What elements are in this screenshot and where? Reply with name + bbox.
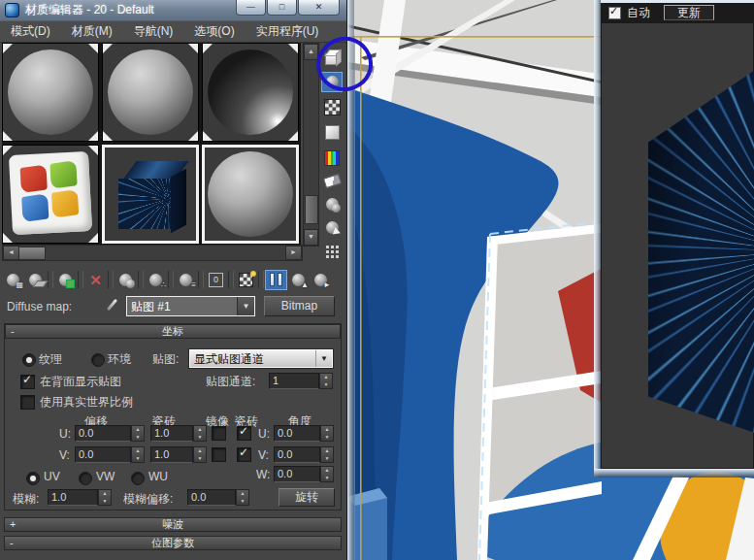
sample-slot-6[interactable] xyxy=(202,145,299,244)
v-offset-spinner[interactable]: 0.0 ▲▼ xyxy=(75,446,145,463)
map-channel-mode-dropdown[interactable]: 显式贴图通道 ▼ xyxy=(189,349,333,368)
spinner-arrows[interactable]: ▲▼ xyxy=(319,373,333,389)
update-button[interactable]: 更新 xyxy=(664,5,714,20)
sample-slot-2[interactable] xyxy=(102,43,199,142)
map-type-button[interactable]: Bitmap xyxy=(264,296,335,316)
u-offset-spinner[interactable]: 0.0 ▲▼ xyxy=(75,425,145,442)
make-unique-button[interactable]: ∴ xyxy=(145,270,167,290)
rotate-button[interactable]: 旋转 xyxy=(279,488,335,507)
show-map-on-back-checkbox[interactable]: ✓ xyxy=(20,375,35,389)
scroll-thumb[interactable] xyxy=(305,195,318,224)
map-channel-spinner[interactable]: 1 ▲▼ xyxy=(269,373,333,389)
scroll-left-button[interactable]: ◄ xyxy=(3,246,19,260)
spinner-arrows[interactable]: ▲▼ xyxy=(320,466,334,482)
sample-slot-4[interactable] xyxy=(2,145,99,244)
noise-rollout-header[interactable]: + 噪波 xyxy=(4,517,342,532)
sample-vertical-scrollbar[interactable]: ▲ ▼ xyxy=(303,43,319,247)
sample-horizontal-scrollbar[interactable]: ◄ ► xyxy=(2,245,303,261)
blur-offset-spinner[interactable]: 0.0 ▲▼ xyxy=(187,489,249,506)
sample-uv-tiling-button[interactable] xyxy=(321,122,343,143)
background-button[interactable] xyxy=(321,97,343,117)
options-button[interactable] xyxy=(321,194,343,214)
select-by-material-button[interactable] xyxy=(321,217,343,238)
spinner-arrows[interactable]: ▲▼ xyxy=(320,425,334,442)
spinner-arrows[interactable]: ▲▼ xyxy=(193,446,207,463)
menu-utilities[interactable]: 实用程序(U) xyxy=(246,23,330,40)
auto-update-checkbox[interactable]: ✓ xyxy=(608,7,621,19)
map-channel-value[interactable]: 1 xyxy=(269,373,319,389)
blur-value[interactable]: 1.0 xyxy=(48,489,98,506)
put-to-library-button[interactable]: ≡ xyxy=(175,270,197,290)
maximize-button[interactable]: □ xyxy=(267,0,297,16)
scroll-down-button[interactable]: ▼ xyxy=(304,229,318,246)
toolbar-separator xyxy=(168,271,174,288)
show-shaded-material-in-viewport-button[interactable] xyxy=(235,270,257,290)
u-tiling-value[interactable]: 1.0 xyxy=(150,425,193,442)
spinner-arrows[interactable]: ▲▼ xyxy=(131,425,145,442)
pick-material-eyedropper[interactable] xyxy=(103,296,120,313)
u-tile-checkbox[interactable]: ✓ xyxy=(237,426,251,441)
reset-map-button[interactable]: ✕ xyxy=(84,270,107,290)
u-offset-value[interactable]: 0.0 xyxy=(75,425,131,442)
make-preview-button[interactable] xyxy=(321,171,343,191)
sample-slot-5-active[interactable] xyxy=(102,145,199,244)
texture-radio[interactable] xyxy=(22,353,36,367)
uv-radio[interactable] xyxy=(26,472,40,485)
scroll-right-button[interactable]: ► xyxy=(285,246,302,260)
menu-navigation[interactable]: 导航(N) xyxy=(123,23,184,40)
coordinates-title: 坐标 xyxy=(162,325,183,337)
video-color-check-button[interactable] xyxy=(321,148,343,168)
scroll-thumb[interactable] xyxy=(18,247,46,260)
sample-slot-1[interactable] xyxy=(2,43,99,142)
spinner-arrows[interactable]: ▲▼ xyxy=(193,425,207,442)
u-angle-spinner[interactable]: 0.0 ▲▼ xyxy=(274,425,334,442)
minimize-button[interactable]: — xyxy=(236,0,266,16)
get-material-button[interactable]: ▦ xyxy=(2,270,24,290)
assign-material-to-selection-button[interactable] xyxy=(54,270,77,290)
u-angle-value[interactable]: 0.0 xyxy=(274,425,320,442)
map-name-combo[interactable]: 贴图 #1 ▼ xyxy=(126,296,255,316)
wu-radio[interactable] xyxy=(131,472,145,485)
spinner-arrows[interactable]: ▲▼ xyxy=(131,446,145,463)
v-angle-value[interactable]: 0.0 xyxy=(274,446,320,463)
expand-icon: + xyxy=(10,518,16,531)
put-material-to-scene-button[interactable] xyxy=(24,270,47,290)
chevron-down-icon[interactable]: ▼ xyxy=(315,350,332,367)
spinner-arrows[interactable]: ▲▼ xyxy=(98,489,112,506)
go-to-parent-button[interactable]: ▲ xyxy=(287,270,310,290)
go-forward-to-sibling-button[interactable]: ► xyxy=(310,270,332,290)
chevron-down-icon[interactable]: ▼ xyxy=(237,297,254,315)
menu-options[interactable]: 选项(O) xyxy=(183,23,245,40)
bitmap-parameters-rollout-header[interactable]: - 位图参数 xyxy=(4,536,342,550)
v-tile-checkbox[interactable]: ✓ xyxy=(237,447,251,462)
environment-radio[interactable] xyxy=(91,353,105,367)
make-material-copy-button[interactable] xyxy=(115,270,137,290)
rendered-map-preview xyxy=(648,70,754,433)
v-offset-value[interactable]: 0.0 xyxy=(75,446,131,463)
v-tiling-spinner[interactable]: 1.0 ▲▼ xyxy=(150,446,207,463)
spinner-arrows[interactable]: ▲▼ xyxy=(320,446,334,463)
titlebar[interactable]: 材质编辑器 - 20 - Default — □ ✕ xyxy=(0,0,346,20)
show-end-result-button[interactable] xyxy=(265,270,287,290)
end-result-bars-icon xyxy=(270,273,282,286)
sample-slot-3[interactable] xyxy=(202,43,299,142)
u-mirror-checkbox[interactable] xyxy=(212,426,226,441)
w-angle-spinner[interactable]: 0.0 ▲▼ xyxy=(274,466,334,482)
spinner-arrows[interactable]: ▲▼ xyxy=(236,489,249,506)
v-mirror-checkbox[interactable] xyxy=(212,447,226,462)
reset-x-icon: ✕ xyxy=(89,273,102,287)
coordinates-rollout-header[interactable]: - 坐标 xyxy=(5,324,341,339)
v-angle-spinner[interactable]: 0.0 ▲▼ xyxy=(274,446,334,463)
material-map-navigator-button[interactable] xyxy=(321,241,343,261)
blur-spinner[interactable]: 1.0 ▲▼ xyxy=(48,489,112,506)
w-angle-value[interactable]: 0.0 xyxy=(274,466,320,482)
menu-mode[interactable]: 模式(D) xyxy=(0,23,61,40)
real-world-scale-checkbox[interactable] xyxy=(20,395,35,410)
material-id-channel-button[interactable]: 0 xyxy=(205,270,227,290)
menu-material[interactable]: 材质(M) xyxy=(61,23,123,40)
v-tiling-value[interactable]: 1.0 xyxy=(150,446,193,463)
blur-offset-value[interactable]: 0.0 xyxy=(187,489,236,506)
u-tiling-spinner[interactable]: 1.0 ▲▼ xyxy=(150,425,207,442)
close-button[interactable]: ✕ xyxy=(298,0,340,16)
vw-radio[interactable] xyxy=(79,472,92,485)
